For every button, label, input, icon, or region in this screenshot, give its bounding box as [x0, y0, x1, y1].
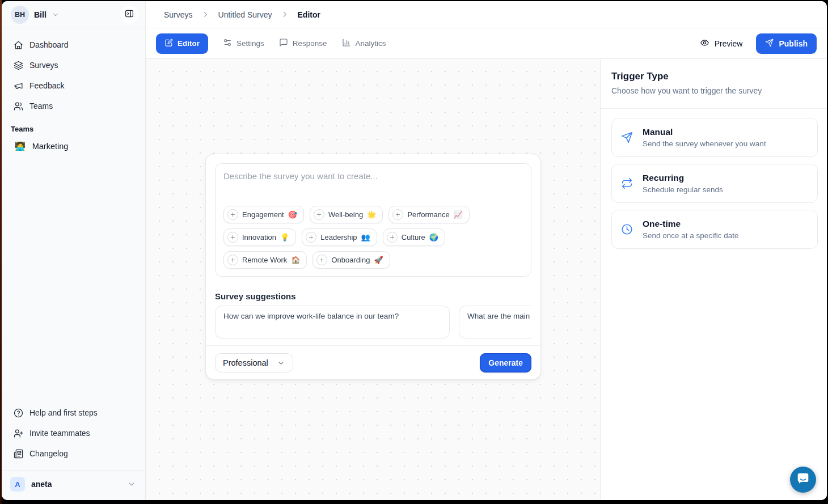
tab-editor[interactable]: Editor [156, 33, 208, 54]
tab-settings[interactable]: Settings [223, 38, 264, 49]
users-icon [14, 101, 23, 111]
topic-chips: Engagement 🎯 Well-being 🌟 [223, 206, 523, 269]
trigger-options: Manual Send the survey whenever you want… [601, 109, 827, 258]
edit-pencil-icon [164, 39, 173, 49]
sidebar-collapse-button[interactable] [120, 6, 138, 24]
sliders-icon [223, 38, 232, 49]
workspace-avatar: BH [11, 6, 29, 24]
chip-label: Leadership [320, 233, 357, 242]
newspaper-icon [14, 449, 23, 459]
sidebar-item-dashboard[interactable]: Dashboard [9, 35, 138, 54]
ai-survey-composer-card: Describe the survey you want to create..… [205, 154, 541, 380]
bar-chart-icon [342, 38, 351, 49]
sidebar-item-teams[interactable]: Teams [9, 96, 138, 116]
user-name: aneta [31, 480, 52, 489]
sidebar-item-help[interactable]: Help and first steps [9, 403, 138, 422]
chip-performance[interactable]: Performance 📈 [388, 206, 470, 223]
plus-icon [227, 255, 238, 265]
workspace-switcher[interactable]: BH Bill [2, 1, 145, 28]
preview-label: Preview [715, 39, 743, 48]
plus-icon [227, 232, 238, 243]
tab-label: Settings [236, 39, 264, 48]
editor-toolbar: Editor Settings Response Analytics [146, 28, 827, 59]
chip-emoji: 📈 [454, 210, 463, 219]
chevron-down-icon [52, 11, 60, 19]
option-title: One-time [643, 219, 739, 229]
chip-engagement[interactable]: Engagement 🎯 [223, 206, 304, 223]
prompt-placeholder: Describe the survey you want to create..… [223, 171, 523, 181]
chip-label: Engagement [242, 210, 284, 219]
suggestion-card[interactable]: How can we improve work-life balance in … [215, 306, 450, 338]
plus-icon [316, 255, 327, 265]
chat-bubble-icon [796, 472, 810, 488]
suggestion-card[interactable]: What are the main ob [459, 306, 531, 338]
trigger-option-recurring[interactable]: Recurring Schedule regular sends [611, 164, 818, 203]
chip-emoji: 🌍 [429, 233, 438, 242]
tab-analytics[interactable]: Analytics [342, 38, 386, 49]
chevron-right-icon [281, 10, 289, 19]
option-title: Manual [643, 127, 766, 137]
breadcrumb-surveys[interactable]: Surveys [164, 10, 193, 19]
editor-canvas[interactable]: Describe the survey you want to create..… [146, 59, 600, 500]
clock-icon [621, 223, 633, 235]
publish-label: Publish [779, 39, 808, 48]
chip-emoji: 🎯 [288, 210, 297, 219]
composer-footer: Professional Generate [206, 345, 540, 379]
breadcrumb-untitled-survey[interactable]: Untitled Survey [218, 10, 272, 19]
toolbar-actions: Preview Publish [700, 33, 817, 54]
option-description: Send once at a specific date [643, 231, 739, 240]
sidebar: BH Bill Dashboard Surv [2, 1, 146, 500]
trigger-option-manual[interactable]: Manual Send the survey whenever you want [611, 118, 818, 157]
preview-button[interactable]: Preview [700, 38, 743, 49]
sidebar-team-marketing[interactable]: 🧑‍💻 Marketing [9, 137, 138, 156]
chip-remote-work[interactable]: Remote Work 🏠 [223, 251, 307, 269]
option-title: Recurring [643, 173, 723, 183]
chip-emoji: 💡 [280, 233, 289, 242]
survey-prompt-input[interactable]: Describe the survey you want to create..… [215, 163, 531, 277]
sidebar-item-label: Feedback [29, 81, 64, 90]
chevron-down-icon [127, 480, 136, 489]
chip-label: Culture [402, 233, 425, 242]
sidebar-item-surveys[interactable]: Surveys [9, 56, 138, 75]
chevron-right-icon [201, 10, 210, 19]
chat-widget-button[interactable] [790, 467, 816, 493]
sidebar-item-invite[interactable]: Invite teammates [9, 423, 138, 443]
chip-onboarding[interactable]: Onboarding 🚀 [312, 251, 390, 269]
message-square-icon [279, 38, 288, 49]
chip-emoji: 🚀 [374, 256, 383, 264]
sidebar-item-changelog[interactable]: Changelog [9, 444, 138, 463]
eye-icon [700, 38, 709, 49]
plus-icon [314, 209, 324, 220]
chip-label: Well-being [328, 210, 363, 219]
team-emoji-icon: 🧑‍💻 [15, 141, 26, 151]
tone-select[interactable]: Professional [215, 353, 293, 372]
sidebar-item-label: Surveys [29, 61, 58, 70]
plus-icon [392, 209, 403, 220]
megaphone-icon [14, 81, 23, 91]
chip-label: Innovation [242, 233, 276, 242]
sidebar-footer-nav: Help and first steps Invite teammates Ch… [2, 396, 145, 470]
trigger-option-one-time[interactable]: One-time Send once at a specific date [611, 210, 818, 249]
sidebar-item-feedback[interactable]: Feedback [9, 76, 138, 95]
chip-innovation[interactable]: Innovation 💡 [223, 228, 296, 246]
chip-well-being[interactable]: Well-being 🌟 [310, 206, 383, 223]
chip-culture[interactable]: Culture 🌍 [383, 228, 445, 246]
plus-icon [387, 232, 398, 243]
user-menu[interactable]: A aneta [2, 470, 145, 500]
chip-emoji: 🏠 [291, 256, 300, 264]
send-icon [765, 39, 774, 49]
chip-leadership[interactable]: Leadership 👥 [302, 228, 377, 246]
generate-button[interactable]: Generate [480, 353, 531, 372]
plus-icon [306, 232, 316, 243]
chip-label: Performance [407, 210, 449, 219]
sidebar-item-label: Dashboard [29, 40, 69, 49]
team-label: Marketing [32, 142, 69, 151]
publish-button[interactable]: Publish [756, 33, 817, 54]
tone-value: Professional [223, 358, 268, 367]
chevron-down-icon [277, 359, 285, 367]
panel-title: Trigger Type [611, 71, 816, 82]
option-description: Schedule regular sends [643, 185, 723, 194]
tab-response[interactable]: Response [279, 38, 327, 49]
chip-emoji: 👥 [361, 233, 370, 242]
send-icon [621, 132, 633, 143]
